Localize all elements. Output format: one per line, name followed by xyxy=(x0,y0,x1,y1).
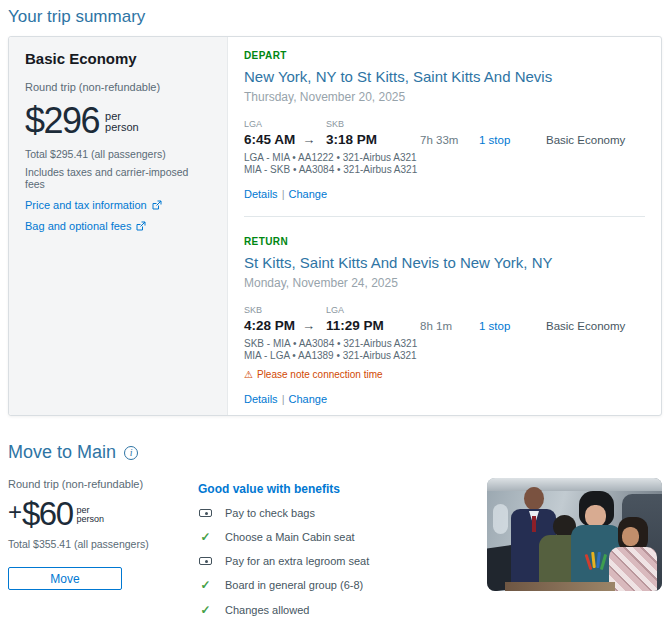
benefit-item: Pay to check bags xyxy=(198,507,479,519)
arrow-right-icon: → xyxy=(302,132,315,147)
move-button[interactable]: Move xyxy=(8,567,122,590)
segment-line: MIA - LGA • AA1389 • 321-Airbus A321 xyxy=(244,350,645,362)
depart-time: 4:28 PM xyxy=(244,318,295,333)
external-link-icon xyxy=(136,221,146,231)
flight-duration: 7h 33m xyxy=(420,134,479,147)
benefits-title: Good value with benefits xyxy=(198,482,479,496)
depart-route: New York, NY to St Kitts, Saint Kitts An… xyxy=(244,68,645,85)
return-segments: SKB - MIA • AA3084 • 321-Airbus A321 MIA… xyxy=(244,338,645,361)
upsell-price: + $60 per person xyxy=(8,497,198,530)
upsell-trip-type: Round trip (non-refundable) xyxy=(8,478,198,490)
upsell-amount: $60 xyxy=(22,497,73,530)
info-icon[interactable]: i xyxy=(124,446,138,460)
upsell-title: Move to Main i xyxy=(8,442,662,463)
upsell-section: Move to Main i Round trip (non-refundabl… xyxy=(0,442,670,625)
benefit-item: ✓ Changes allowed xyxy=(198,603,479,617)
external-link-icon xyxy=(152,200,162,210)
fare-includes-note: Includes taxes and carrier-imposed fees xyxy=(25,166,211,190)
booking-page: Your trip summary Basic Economy Round tr… xyxy=(0,7,670,416)
fare-price: $296 per person xyxy=(25,103,211,139)
cabin-label: Basic Economy xyxy=(546,320,625,333)
fare-amount: $296 xyxy=(25,103,99,139)
check-icon: ✓ xyxy=(198,530,213,544)
stops-link[interactable]: 1 stop xyxy=(479,134,546,147)
origin-code: SKB xyxy=(244,305,326,315)
return-label: RETURN xyxy=(244,236,645,247)
change-link[interactable]: Change xyxy=(288,393,327,405)
slices-panel: DEPART New York, NY to St Kitts, Saint K… xyxy=(228,37,661,415)
return-date: Monday, November 24, 2025 xyxy=(244,276,645,290)
depart-label: DEPART xyxy=(244,50,645,61)
destination-code: SKB xyxy=(326,119,344,129)
upsell-price-block: Round trip (non-refundable) + $60 per pe… xyxy=(8,478,198,625)
trip-summary-card: Basic Economy Round trip (non-refundable… xyxy=(8,36,662,416)
flight-duration: 8h 1m xyxy=(420,320,479,333)
fare-trip-type: Round trip (non-refundable) xyxy=(25,81,211,93)
stops-link[interactable]: 1 stop xyxy=(479,320,546,333)
check-icon: ✓ xyxy=(198,578,213,592)
upsell-total-note: Total $355.41 (all passengers) xyxy=(8,538,198,550)
details-link[interactable]: Details xyxy=(244,393,278,405)
overhead-bin-shape xyxy=(487,478,662,491)
depart-time: 6:45 AM xyxy=(244,132,295,147)
benefits-list: Good value with benefits Pay to check ba… xyxy=(198,478,479,625)
fare-total-note: Total $295.41 (all passengers) xyxy=(25,148,211,160)
benefit-item: Pay for an extra legroom seat xyxy=(198,555,479,567)
depart-date: Thursday, November 20, 2025 xyxy=(244,90,645,104)
per-person-label: per person xyxy=(77,497,105,530)
destination-code: LGA xyxy=(326,305,344,315)
per-person-label: per person xyxy=(105,103,139,139)
arrow-right-icon: → xyxy=(302,318,315,333)
depart-flight-row: LGA SKB 6:45 AM → 3:18 PM 7h 33m 1 stop xyxy=(244,119,645,147)
cabin-label: Basic Economy xyxy=(546,134,625,147)
price-tax-info-link[interactable]: Price and tax information xyxy=(25,199,211,211)
money-bill-icon xyxy=(198,509,213,517)
window-shape xyxy=(493,504,508,534)
passenger-shape xyxy=(609,547,657,591)
arrive-time: 3:18 PM xyxy=(326,132,377,147)
segment-line: MIA - SKB • AA3084 • 321-Airbus A321 xyxy=(244,164,645,176)
origin-code: LGA xyxy=(244,119,326,129)
page-title: Your trip summary xyxy=(8,7,662,27)
segment-line: LGA - MIA • AA1222 • 321-Airbus A321 xyxy=(244,152,645,164)
change-link[interactable]: Change xyxy=(288,188,327,200)
connection-warning: ⚠ Please note connection time xyxy=(244,369,645,380)
cabin-photo xyxy=(487,478,662,591)
return-flight-row: SKB LGA 4:28 PM → 11:29 PM 8h 1m 1 stop xyxy=(244,305,645,333)
depart-slice: DEPART New York, NY to St Kitts, Saint K… xyxy=(244,50,645,200)
fare-panel: Basic Economy Round trip (non-refundable… xyxy=(9,37,228,415)
check-icon: ✓ xyxy=(198,603,213,617)
warning-icon: ⚠ xyxy=(244,369,253,380)
benefit-item: ✓ Board in general group (6-8) xyxy=(198,578,479,592)
return-route: St Kitts, Saint Kitts And Nevis to New Y… xyxy=(244,254,645,271)
benefit-item: ✓ Choose a Main Cabin seat xyxy=(198,530,479,544)
return-slice: RETURN St Kitts, Saint Kitts And Nevis t… xyxy=(244,236,645,405)
arrive-time: 11:29 PM xyxy=(326,318,384,333)
fare-name: Basic Economy xyxy=(25,50,211,67)
depart-segments: LGA - MIA • AA1222 • 321-Airbus A321 MIA… xyxy=(244,152,645,175)
bag-optional-fees-link[interactable]: Bag and optional fees xyxy=(25,220,211,232)
slice-divider xyxy=(244,216,645,217)
segment-line: SKB - MIA • AA3084 • 321-Airbus A321 xyxy=(244,338,645,350)
money-bill-icon xyxy=(198,557,213,565)
plus-sign: + xyxy=(8,497,22,530)
details-link[interactable]: Details xyxy=(244,188,278,200)
